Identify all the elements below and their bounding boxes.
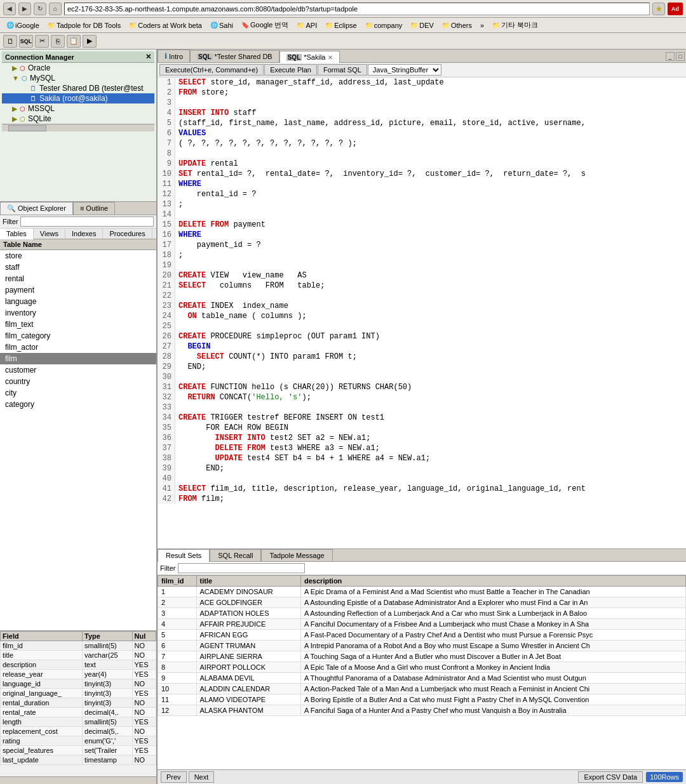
cell-description: A Epic Tale of a Moose And a Girl who mu… xyxy=(301,662,686,673)
bookmark-eclipse[interactable]: 📁 Eclipse xyxy=(322,21,360,30)
refresh-button[interactable]: ↻ xyxy=(34,3,46,15)
prev-button[interactable]: Prev xyxy=(161,771,187,783)
sub-tab-procedures[interactable]: Procedures xyxy=(103,229,152,239)
obj-explorer-label: Object Explorer xyxy=(18,204,66,212)
bookmark-others[interactable]: 📁 Others xyxy=(439,21,475,30)
tab-object-explorer[interactable]: 🔍 Object Explorer xyxy=(0,202,73,215)
sakila-label: Sakila (root@sakila) xyxy=(39,94,108,103)
table-item-city[interactable]: city xyxy=(0,387,156,399)
table-item-film-category[interactable]: film_category xyxy=(0,330,156,342)
export-csv-button[interactable]: Export CSV Data xyxy=(578,771,643,783)
code-line: 34CREATE TRIGGER testref BEFORE INSERT O… xyxy=(158,413,686,423)
bookmark-company-label: company xyxy=(374,22,403,29)
bookmark-eclipse-label: Eclipse xyxy=(334,22,356,29)
line-content xyxy=(175,98,686,108)
execute-plan-button[interactable]: Execute Plan xyxy=(264,64,317,76)
bookmark-tadpole[interactable]: 📁 Tadpole for DB Tools xyxy=(44,21,124,30)
field-type: tinyint(3) xyxy=(83,689,132,698)
footer-nav: Prev Next xyxy=(161,771,214,783)
tree-tester-shared[interactable]: 🗒 Tester Shared DB (tester@test xyxy=(2,83,154,93)
forward-button[interactable]: ▶ xyxy=(18,3,31,15)
sub-tab-indexes[interactable]: Indexes xyxy=(65,229,104,239)
table-item-film-actor[interactable]: film_actor xyxy=(0,342,156,353)
line-number: 27 xyxy=(158,342,175,352)
tree-mysql[interactable]: ▼ ⬡ MySQL xyxy=(2,73,154,83)
sql-button[interactable]: SQL xyxy=(19,35,33,48)
obj-explorer-tabs: 🔍 Object Explorer ≡ Outline xyxy=(0,202,156,215)
star-button[interactable]: ★ xyxy=(652,3,665,15)
format-sql-button[interactable]: Format SQL xyxy=(318,64,367,76)
tree-mssql[interactable]: ▶ ⬡ MSSQL xyxy=(2,103,154,114)
tab-tester-shared[interactable]: SQL *Tester Shared DB xyxy=(190,50,279,62)
result-tab-sql-recall[interactable]: SQL Recall xyxy=(210,549,261,561)
code-line: 11WHERE xyxy=(158,179,686,189)
table-item-customer[interactable]: customer xyxy=(0,364,156,376)
tab-intro[interactable]: ℹ Intro xyxy=(158,50,190,62)
table-item-payment[interactable]: payment xyxy=(0,284,156,296)
table-row: 12ALASKA PHANTOMA Fanciful Saga of a Hun… xyxy=(158,705,686,716)
table-item-category[interactable]: category xyxy=(0,399,156,410)
code-editor[interactable]: 1SELECT store_id, manager_staff_id, addr… xyxy=(158,77,686,549)
line-number: 38 xyxy=(158,453,175,463)
bookmark-coders[interactable]: 📁 Coders at Work beta xyxy=(126,21,205,30)
bookmark-igoogle[interactable]: 🌐 iGoogle xyxy=(3,21,43,30)
code-line: 35 FOR EACH ROW BEGIN xyxy=(158,423,686,433)
paste-button[interactable]: 📋 xyxy=(67,35,81,48)
minimize-button[interactable]: _ xyxy=(666,52,675,61)
connection-manager-close[interactable]: ✕ xyxy=(145,53,151,61)
bookmark-more[interactable]: » xyxy=(477,21,487,30)
tree-sqlite[interactable]: ▶ ⬡ SQLite xyxy=(2,114,154,124)
result-tab-tadpole-msg[interactable]: Tadpole Message xyxy=(261,549,332,561)
code-line: 28 SELECT COUNT(*) INTO param1 FROM t; xyxy=(158,352,686,362)
bookmark-api[interactable]: 📁 API xyxy=(293,21,320,30)
conn-scrollbar-x[interactable] xyxy=(2,124,154,131)
bookmark-dev[interactable]: 📁 DEV xyxy=(407,21,437,30)
tab-sakila[interactable]: SQL *Sakila ✕ xyxy=(279,51,340,63)
new-button[interactable]: 🗋 xyxy=(3,35,17,48)
line-number: 21 xyxy=(158,281,175,291)
table-item-film-text[interactable]: film_text xyxy=(0,319,156,330)
java-format-select[interactable]: Java_StringBuffer xyxy=(368,64,441,76)
bookmark-sahi[interactable]: 🌐 Sahi xyxy=(207,21,236,30)
tab-outline[interactable]: ≡ Outline xyxy=(73,202,115,215)
table-item-rental[interactable]: rental xyxy=(0,273,156,284)
sub-tab-views[interactable]: Views xyxy=(34,229,65,239)
result-tab-sets[interactable]: Result Sets xyxy=(158,549,210,562)
url-bar[interactable] xyxy=(64,3,650,15)
cell-film-id: 5 xyxy=(158,630,197,641)
copy-button[interactable]: ⎘ xyxy=(51,35,65,48)
sub-tab-tables[interactable]: Tables xyxy=(0,229,34,239)
filter-input[interactable] xyxy=(20,216,154,227)
table-item-country[interactable]: country xyxy=(0,376,156,387)
tree-oracle[interactable]: ▶ ⬡ Oracle xyxy=(2,63,154,73)
table-item-language[interactable]: language xyxy=(0,296,156,307)
maximize-button[interactable]: □ xyxy=(676,52,685,61)
cell-title: AIRPORT POLLOCK xyxy=(196,662,301,673)
bookmark-other-bookmarks[interactable]: 📁 기타 북마크 xyxy=(489,20,541,30)
bookmark-company[interactable]: 📁 company xyxy=(362,21,406,30)
code-line: 17 payment_id = ? xyxy=(158,240,686,250)
table-item-staff[interactable]: staff xyxy=(0,262,156,273)
line-content xyxy=(175,372,686,382)
col-description: description xyxy=(301,576,686,587)
execute-button[interactable]: Execute(Ctrl+e, Command+e) xyxy=(159,64,264,76)
sakila-tab-close[interactable]: ✕ xyxy=(328,54,333,61)
bookmark-google-translate[interactable]: 🔖 Google 번역 xyxy=(238,20,292,30)
field-scrollbar-x[interactable] xyxy=(0,776,156,784)
table-item-inventory[interactable]: inventory xyxy=(0,307,156,319)
line-content: UPDATE test4 SET b4 = b4 + 1 WHERE a4 = … xyxy=(175,453,686,463)
outline-label: Outline xyxy=(86,204,108,212)
result-filter-input[interactable] xyxy=(178,563,305,573)
code-token: 'Hello, 's' xyxy=(252,393,302,402)
code-line: 38 UPDATE test4 SET b4 = b4 + 1 WHERE a4… xyxy=(158,453,686,463)
home-button[interactable]: ⌂ xyxy=(49,3,62,15)
table-item-film[interactable]: film xyxy=(0,353,156,364)
run-button[interactable]: ▶ xyxy=(83,35,97,48)
table-item-store[interactable]: store xyxy=(0,250,156,262)
next-button[interactable]: Next xyxy=(189,771,215,783)
tree-sakila[interactable]: 🗒 Sakila (root@sakila) xyxy=(2,93,154,103)
back-button[interactable]: ◀ xyxy=(3,3,16,15)
code-line: 1SELECT store_id, manager_staff_id, addr… xyxy=(158,77,686,88)
conn-scrollbar-thumb[interactable] xyxy=(8,125,46,131)
cut-button[interactable]: ✂ xyxy=(35,35,49,48)
